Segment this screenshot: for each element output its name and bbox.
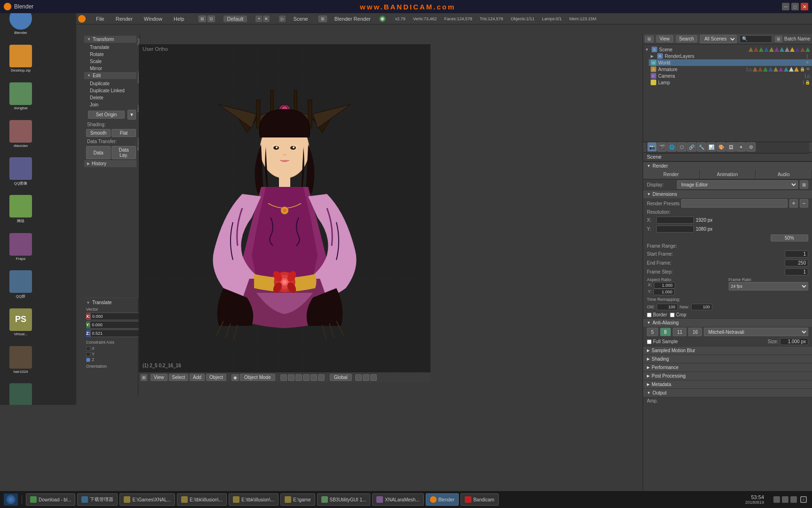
desktop-icon[interactable]: QQ群 — [2, 266, 40, 303]
render-presets-input[interactable] — [681, 199, 788, 208]
constraints-icon[interactable]: 🔗 — [687, 142, 696, 152]
proportional-icon[interactable] — [363, 374, 369, 381]
dimensions-section[interactable]: ▼ Dimensions — [643, 190, 812, 198]
aa-11-btn[interactable]: 11 — [673, 328, 686, 336]
outliner-search-input[interactable] — [740, 35, 772, 43]
viewport-icon[interactable]: ⊞ — [318, 16, 327, 22]
scene-tab[interactable]: Scene — [293, 16, 308, 22]
world-item[interactable]: W World 👁 — [649, 59, 812, 66]
duplicate-item[interactable]: Duplicate — [84, 80, 138, 87]
output-section[interactable]: ▼ Output — [643, 388, 812, 397]
mirror-item[interactable]: Mirror — [84, 65, 138, 72]
notification-btn[interactable]: ≡ — [799, 495, 808, 504]
batch-name-btn[interactable]: Batch Name — [784, 36, 810, 41]
layout-icon[interactable]: ⊞ — [199, 16, 206, 22]
transform-ctrl4[interactable] — [303, 374, 310, 381]
data-icon[interactable]: 📊 — [707, 142, 716, 152]
view-btn[interactable]: View — [151, 374, 167, 381]
x-value-input[interactable] — [90, 313, 147, 320]
aa-8-btn[interactable]: 8 — [660, 328, 671, 336]
shading-section[interactable]: ▶ Shading — [643, 355, 812, 363]
cam-eye[interactable]: △ — [807, 73, 810, 78]
scene-props-icon[interactable]: 🎬 — [657, 142, 667, 152]
aa-filter-select[interactable]: Mitchell-Netravali — [704, 328, 808, 336]
global-btn[interactable]: Global — [330, 374, 352, 381]
scene-tree-item[interactable]: ▼ S Scene — [643, 46, 812, 53]
crop-checkbox[interactable] — [670, 313, 675, 317]
res-y-input[interactable] — [656, 226, 694, 233]
metadata-section[interactable]: ▶ Metadata — [643, 380, 812, 388]
tray-icon1[interactable] — [773, 496, 780, 503]
end-frame-input[interactable] — [785, 259, 808, 266]
old-value-input[interactable] — [657, 304, 678, 310]
animation-tab[interactable]: Animation — [700, 170, 756, 179]
taskbar-xnalara[interactable]: XNALaraMesh... — [372, 493, 423, 506]
desktop-icon[interactable]: 网络 — [2, 190, 40, 228]
aspect-y-input[interactable] — [653, 289, 675, 295]
border-checkbox[interactable] — [647, 313, 652, 317]
z-constraint-check[interactable] — [86, 358, 90, 362]
view3d-icon[interactable]: ▷ — [279, 16, 286, 22]
render-tab[interactable]: Render — [643, 170, 700, 179]
frame-step-input[interactable] — [785, 268, 808, 275]
display-select[interactable]: Image Editor — [677, 180, 798, 189]
transform-ctrl3[interactable] — [295, 374, 302, 381]
desktop-icon[interactable]: QQ截图 — [2, 379, 40, 405]
remove-area-icon[interactable]: ✕ — [263, 16, 270, 22]
aspect-x-input[interactable] — [654, 282, 675, 289]
transform-ctrl6[interactable] — [318, 374, 325, 381]
transform-ctrl5[interactable] — [310, 374, 317, 381]
default-layout-tab[interactable]: Default — [223, 16, 247, 22]
y-constraint-check[interactable] — [86, 352, 90, 356]
transform-ctrl2[interactable] — [288, 374, 295, 381]
arm-lock[interactable]: 🔒 — [800, 67, 805, 72]
new-value-input[interactable] — [691, 304, 712, 310]
world-eye[interactable]: 👁 — [804, 60, 810, 65]
history-section-header[interactable]: ▶ History — [84, 160, 138, 167]
main-viewport[interactable]: User Ortho — [139, 44, 430, 372]
taskbar-folder2[interactable]: E:\tbk\illusion\... — [177, 493, 227, 506]
align-icon[interactable] — [370, 374, 377, 381]
transform-ctrl[interactable] — [280, 374, 287, 381]
taskbar-folder3[interactable]: E:\tbk\illusion\... — [229, 493, 279, 506]
post-processing-section[interactable]: ▶ Post Processing — [643, 371, 812, 380]
data-btn[interactable]: Data — [86, 146, 111, 159]
full-sample-checkbox[interactable] — [647, 339, 652, 344]
taskbar-download[interactable]: Download - bl... — [26, 493, 75, 506]
outliner-settings-icon[interactable]: ⊞ — [775, 36, 782, 42]
desktop-icon[interactable]: Desktop.zip — [2, 40, 40, 77]
rotate-item[interactable]: Rotate — [84, 51, 138, 58]
anti-aliasing-section[interactable]: ▼ Anti-Aliasing — [643, 318, 812, 327]
lamp-item[interactable]: L Lamp | 🔒 — [649, 79, 812, 86]
search-btn[interactable]: Search — [676, 35, 698, 42]
set-origin-dropdown[interactable]: ▼ — [127, 110, 136, 120]
arm-eye[interactable]: 👁 — [806, 67, 810, 72]
z-value-input[interactable] — [90, 330, 147, 337]
material-icon[interactable]: 🎨 — [716, 142, 726, 152]
desktop-icon[interactable]: QQ图像 — [2, 153, 40, 190]
menu-render[interactable]: Render — [113, 15, 135, 23]
armature-vis2[interactable]: △ — [748, 67, 752, 72]
join-item[interactable]: Join — [84, 101, 138, 108]
render-layers-item[interactable]: ▶ R RenderLayers | — [649, 53, 812, 59]
physics-icon[interactable]: ⚙ — [746, 142, 756, 152]
maximize-button[interactable]: □ — [791, 3, 799, 10]
taskbar-blender[interactable]: Blender — [426, 493, 459, 506]
performance-section[interactable]: ▶ Performance — [643, 363, 812, 371]
render-section[interactable]: ▼ Render — [643, 161, 812, 170]
edit-section-header[interactable]: ▼ Edit — [84, 72, 138, 79]
snap-icon[interactable] — [355, 374, 362, 381]
set-origin-btn[interactable]: Set Origin — [88, 111, 125, 119]
sampled-motion-blur-section[interactable]: ▶ Sampled Motion Blur — [643, 346, 812, 355]
frame-rate-select[interactable]: 24 fps — [729, 282, 809, 290]
taskbar-game[interactable]: E:\game — [280, 493, 315, 506]
view-btn[interactable]: View — [656, 35, 673, 42]
mode-icon[interactable]: ◉ — [231, 374, 239, 381]
presets-minus-btn[interactable]: − — [800, 199, 808, 208]
object-props-icon[interactable]: ⬡ — [677, 142, 686, 152]
aa-5-btn[interactable]: 5 — [647, 328, 658, 336]
translate-item[interactable]: Translate — [84, 44, 138, 51]
start-button[interactable] — [4, 493, 18, 506]
add-btn[interactable]: Add — [190, 374, 205, 381]
all-scenes-select[interactable]: All Scenes — [700, 35, 737, 43]
